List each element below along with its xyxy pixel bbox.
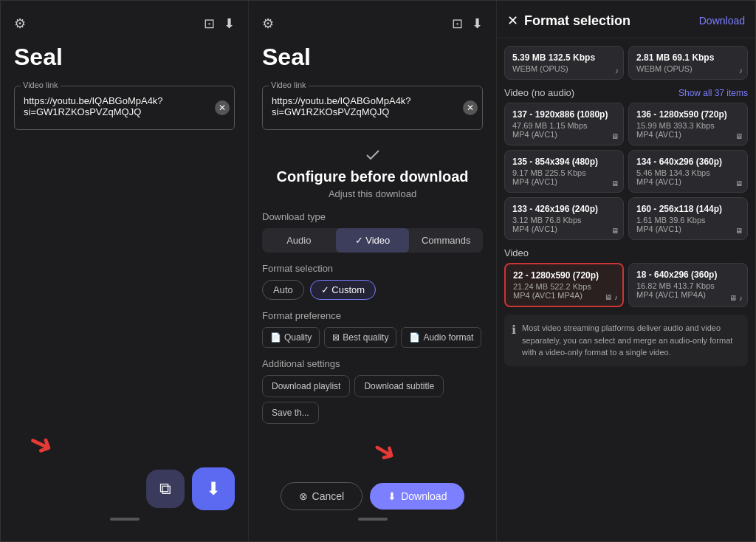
video-card-2[interactable]: 18 - 640x296 (360p) 16.82 MB 413.7 Kbps …: [628, 263, 748, 307]
cancel-icon: ⊗: [299, 490, 308, 502]
cancel-button[interactable]: ⊗ Cancel: [281, 482, 363, 510]
info-box: ℹ Most video streaming platforms deliver…: [504, 315, 748, 366]
type-buttons-row: Audio ✓ Video Commands: [262, 228, 483, 253]
best-quality-icon: ⊠: [332, 332, 340, 343]
video-no-audio-grid: 137 - 1920x886 (1080p) 47.69 MB 1.15 Mbp…: [504, 103, 748, 240]
format-selection-section: Format selection Auto ✓ Custom: [262, 263, 483, 300]
p2-settings-icon[interactable]: ⚙: [262, 16, 274, 32]
vna-card4-title: 134 - 640x296 (360p): [636, 157, 740, 167]
p2-app-title: Seal: [262, 44, 483, 71]
vna-card-2[interactable]: 136 - 1280x590 (720p) 15.99 MB 393.3 Kbp…: [628, 103, 748, 145]
vna-card5-title: 133 - 426x196 (240p): [512, 204, 616, 214]
video-card-1[interactable]: 22 - 1280x590 (720p) 21.24 MB 522.2 Kbps…: [504, 263, 624, 307]
panel1-bottom-actions: ⧉ ⬇: [14, 467, 235, 518]
quality-pref-btn[interactable]: 📄 Quality: [262, 327, 320, 348]
p2-download-queue-icon[interactable]: ⬇: [472, 16, 483, 32]
custom-pill[interactable]: ✓ Custom: [310, 280, 376, 300]
download-type-section: Download type Audio ✓ Video Commands: [262, 211, 483, 253]
quality-icon: 📄: [270, 332, 281, 343]
panel-1: ⚙ ⊡ ⬇ Seal Video link https://youtu.be/I…: [1, 1, 249, 541]
vna-card4-icons: 🖥: [735, 179, 743, 188]
vna-card-3[interactable]: 135 - 854x394 (480p) 9.17 MB 225.5 Kbps …: [504, 150, 624, 193]
cancel-label: Cancel: [312, 490, 345, 502]
audio-format-label: Audio format: [423, 332, 473, 343]
format-selection-label: Format selection: [262, 263, 483, 274]
vna-card3-sub2: MP4 (AVC1): [512, 177, 616, 186]
show-all-button[interactable]: Show all 37 items: [678, 88, 748, 98]
vna-card1-title: 137 - 1920x886 (1080p): [512, 109, 616, 120]
p2-cast-icon[interactable]: ⊡: [452, 16, 463, 32]
p2-video-link-label: Video link: [269, 80, 309, 89]
vna-card3-title: 135 - 854x394 (480p): [512, 157, 616, 167]
info-text: Most video streaming platforms deliver a…: [522, 322, 740, 359]
configure-subtitle: Adjust this download: [262, 188, 483, 199]
vna-card2-sub: 15.99 MB 393.3 Kbps: [636, 121, 740, 130]
cast-icon[interactable]: ⊡: [204, 16, 215, 32]
video-card1-icons: 🖥 ♪: [605, 293, 618, 301]
type-btn-video[interactable]: ✓ Video: [336, 228, 410, 253]
vna-card1-icons: 🖥: [611, 132, 619, 140]
format-pill-row: Auto ✓ Custom: [262, 280, 483, 300]
p3-title: Format selection: [524, 13, 630, 29]
p2-clear-url-button[interactable]: ✕: [463, 100, 478, 115]
red-arrow-1: ➜: [23, 422, 60, 464]
video-card2-sub2: MP4 (AVC1 MP4A): [636, 290, 740, 299]
download-icon: ⬇: [388, 490, 396, 502]
vna-card2-sub2: MP4 (AVC1): [636, 130, 740, 139]
clear-url-button[interactable]: ✕: [215, 100, 230, 115]
type-btn-audio[interactable]: Audio: [262, 228, 336, 253]
info-icon: ℹ: [512, 323, 516, 359]
auto-pill[interactable]: Auto: [262, 280, 304, 300]
video-card1-sub2: MP4 (AVC1 MP4A): [513, 291, 615, 300]
close-button[interactable]: ✕: [507, 13, 518, 29]
audio-card2-sub: WEBM (OPUS): [636, 64, 740, 73]
settings-icon[interactable]: ⚙: [14, 16, 26, 32]
vna-card3-icons: 🖥: [611, 179, 619, 188]
p2-bottom-indicator: [358, 518, 388, 521]
vna-card1-sub2: MP4 (AVC1): [512, 130, 616, 139]
save-th-btn[interactable]: Save th...: [262, 402, 319, 424]
video-card1-sub: 21.24 MB 522.2 Kbps: [513, 282, 615, 291]
vna-card-4[interactable]: 134 - 640x296 (360p) 5.46 MB 134.3 Kbps …: [628, 150, 748, 193]
download-fab-button[interactable]: ⬇: [192, 467, 235, 510]
clipboard-button[interactable]: ⧉: [146, 470, 185, 508]
format-preference-section: Format preference 📄 Quality ⊠ Best quali…: [262, 310, 483, 348]
video-no-audio-label: Video (no audio): [504, 87, 574, 98]
vna-card-5[interactable]: 133 - 426x196 (240p) 3.12 MB 76.8 Kbps M…: [504, 197, 624, 240]
p3-download-button[interactable]: Download: [699, 15, 745, 27]
vna-card-1[interactable]: 137 - 1920x886 (1080p) 47.69 MB 1.15 Mbp…: [504, 103, 624, 145]
download-subtitle-btn[interactable]: Download subtitle: [354, 375, 444, 397]
download-queue-icon[interactable]: ⬇: [224, 16, 235, 32]
panel1-top-icons: ⚙ ⊡ ⬇: [14, 16, 235, 32]
video-no-audio-section-header: Video (no audio) Show all 37 items: [504, 87, 748, 98]
audio-format-card-2[interactable]: 2.81 MB 69.1 Kbps WEBM (OPUS) ♪: [628, 46, 748, 80]
quality-label: Quality: [284, 332, 312, 343]
vna-card5-sub: 3.12 MB 76.8 Kbps: [512, 216, 616, 224]
video-url-input[interactable]: https://youtu.be/IQABGoMpA4k?si=GW1RZKOs…: [21, 89, 228, 123]
p2-video-url-input[interactable]: https://youtu.be/IQABGoMpA4k?si=GW1RZKOs…: [269, 89, 476, 123]
vna-card6-icons: 🖥: [735, 227, 743, 235]
vna-card-6[interactable]: 160 - 256x118 (144p) 1.61 MB 39.6 Kbps M…: [628, 197, 748, 240]
p2-video-link-input-group: Video link https://youtu.be/IQABGoMpA4k?…: [262, 86, 483, 130]
type-btn-commands[interactable]: Commands: [409, 228, 483, 253]
additional-settings-section: Additional settings Download playlist Do…: [262, 358, 483, 424]
p3-header: ✕ Format selection Download: [497, 1, 755, 38]
audio-card1-sub: WEBM (OPUS): [512, 64, 616, 73]
settings-row: Download playlist Download subtitle Save…: [262, 375, 483, 424]
best-quality-label: Best quality: [343, 332, 388, 343]
panel-2: ⚙ ⊡ ⬇ Seal Video link https://youtu.be/I…: [249, 1, 497, 541]
download-playlist-btn[interactable]: Download playlist: [262, 375, 350, 397]
p3-content: 5.39 MB 132.5 Kbps WEBM (OPUS) ♪ 2.81 MB…: [497, 38, 755, 541]
vna-card2-icons: 🖥: [735, 132, 743, 140]
download-button[interactable]: ⬇ Download: [370, 483, 464, 510]
audio-format-card-1[interactable]: 5.39 MB 132.5 Kbps WEBM (OPUS) ♪: [504, 46, 624, 80]
audio-format-icon: 📄: [409, 332, 420, 343]
vna-card4-sub: 5.46 MB 134.3 Kbps: [636, 168, 740, 177]
audio-card2-title: 2.81 MB 69.1 Kbps: [636, 52, 740, 63]
video-label: Video: [504, 247, 529, 258]
vna-card1-sub: 47.69 MB 1.15 Mbps: [512, 121, 616, 130]
video-section-header: Video: [504, 247, 748, 258]
best-quality-pref-btn[interactable]: ⊠ Best quality: [324, 327, 396, 348]
pref-row: 📄 Quality ⊠ Best quality 📄 Audio format: [262, 327, 483, 348]
audio-format-pref-btn[interactable]: 📄 Audio format: [401, 327, 481, 348]
